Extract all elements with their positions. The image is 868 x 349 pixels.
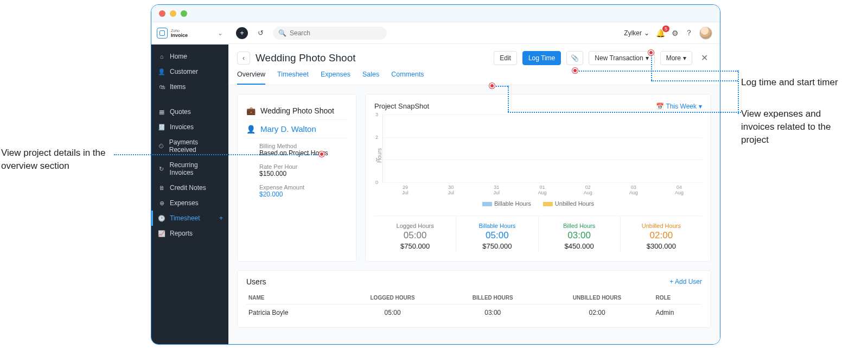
tab-comments[interactable]: Comments bbox=[391, 71, 424, 85]
sidebar-item-invoices[interactable]: 🧾Invoices bbox=[151, 119, 228, 135]
window-min-dot[interactable] bbox=[170, 10, 176, 17]
nav-label: Expenses bbox=[170, 199, 199, 207]
notif-badge: 5 bbox=[662, 26, 669, 32]
tab-timesheet[interactable]: Timesheet bbox=[277, 71, 309, 85]
attach-button[interactable]: 📎 bbox=[566, 51, 583, 65]
sidebar-item-expenses[interactable]: ⊕Expenses bbox=[151, 195, 228, 211]
chart-xlabel: 04Aug bbox=[656, 185, 702, 196]
more-button[interactable]: More ▾ bbox=[660, 51, 692, 65]
nav-label: Quotes bbox=[170, 108, 191, 116]
metric-value: 02:00 bbox=[623, 230, 700, 241]
annotation-right-2: View expenses and invoices related to th… bbox=[741, 107, 850, 146]
chevron-down-icon: ▾ bbox=[683, 54, 686, 62]
recent-button[interactable]: ↺ bbox=[254, 27, 266, 39]
sidebar-item-timesheet[interactable]: 🕑Timesheet+ bbox=[151, 211, 228, 226]
new-transaction-button[interactable]: New Transaction ▾ bbox=[589, 51, 654, 65]
chart-xlabel: 03Aug bbox=[611, 185, 656, 196]
tab-expenses[interactable]: Expenses bbox=[321, 71, 350, 85]
metric-label: Unbilled Hours bbox=[623, 223, 700, 229]
legend-billable: Billable Hours bbox=[494, 200, 531, 207]
field-label: Expense Amount bbox=[259, 184, 347, 191]
field-label: Billing Method bbox=[259, 143, 347, 149]
org-selector[interactable]: Zylker ⌄ bbox=[624, 29, 649, 37]
nav-label: Reports bbox=[170, 230, 193, 237]
nav-icon: 🗎 bbox=[158, 185, 165, 191]
nav-label: Customer bbox=[170, 68, 198, 75]
table-row[interactable]: Patricia Boyle05:0003:0002:00Admin bbox=[246, 304, 702, 321]
brand-icon bbox=[157, 28, 168, 39]
chart-xlabel: 01Aug bbox=[519, 185, 565, 196]
field-value[interactable]: $20.000 bbox=[259, 191, 347, 198]
metric-value: 05:00 bbox=[376, 230, 454, 241]
sidebar-item-credit-notes[interactable]: 🗎Credit Notes bbox=[151, 180, 228, 195]
window-max-dot[interactable] bbox=[181, 10, 187, 17]
metric-label: Billable Hours bbox=[458, 223, 535, 229]
edit-button[interactable]: Edit bbox=[494, 51, 517, 65]
chart-xlabel: 30Jul bbox=[428, 185, 474, 196]
brand-logo[interactable]: ZohoInvoice ⌄ bbox=[151, 22, 228, 45]
users-table: NAMELOGGED HOURSBILLED HOURSUNBILLED HOU… bbox=[246, 291, 702, 321]
sidebar-item-home[interactable]: ⌂Home bbox=[151, 49, 228, 64]
metric-label: Logged Hours bbox=[376, 223, 454, 229]
page-title: Wedding Photo Shoot bbox=[256, 52, 356, 64]
tab-overview[interactable]: Overview bbox=[237, 71, 265, 85]
date-range-button[interactable]: 📅This Week▾ bbox=[656, 103, 702, 110]
metric-value: 05:00 bbox=[458, 230, 535, 241]
sidebar-item-quotes[interactable]: ▦Quotes bbox=[151, 104, 228, 119]
page-header: ‹ Wedding Photo Shoot Edit Log Time 📎 Ne… bbox=[228, 44, 720, 65]
project-name: Wedding Photo Shoot bbox=[260, 106, 334, 115]
search-input[interactable] bbox=[290, 29, 381, 37]
quick-add-button[interactable]: + bbox=[236, 27, 248, 39]
cell-role: Admin bbox=[653, 304, 702, 321]
new-transaction-label: New Transaction bbox=[595, 54, 643, 62]
avatar[interactable] bbox=[699, 27, 712, 40]
topbar: + ↺ 🔍 Zylker ⌄ 🔔5 ⚙ ？ bbox=[228, 22, 720, 44]
chevron-down-icon: ▾ bbox=[646, 54, 649, 62]
search-wrap[interactable]: 🔍 bbox=[273, 27, 387, 40]
cell-billed: 03:00 bbox=[445, 304, 541, 321]
project-customer[interactable]: Mary D. Walton bbox=[260, 124, 316, 134]
brand-bottom: Invoice bbox=[171, 33, 188, 38]
users-col-header: LOGGED HOURS bbox=[340, 291, 444, 304]
nav-icon: 🧾 bbox=[158, 124, 165, 131]
metric-amount: $450.000 bbox=[541, 242, 618, 250]
brand-chevron-icon[interactable]: ⌄ bbox=[218, 29, 223, 37]
snapshot-card: Project SnapShot 📅This Week▾ Hours 0123 … bbox=[365, 94, 711, 262]
sidebar-item-recurring-invoices[interactable]: ↻Recurring Invoices bbox=[151, 157, 228, 180]
annotation-right-1: Log time and start timer bbox=[741, 76, 850, 89]
window-close-dot[interactable] bbox=[159, 10, 165, 17]
nav-icon: ▦ bbox=[158, 109, 165, 116]
notifications-button[interactable]: 🔔5 bbox=[656, 29, 665, 37]
nav-label: Recurring Invoices bbox=[170, 161, 222, 176]
help-button[interactable]: ？ bbox=[685, 28, 693, 38]
nav-icon: ⊕ bbox=[158, 200, 165, 207]
field-value: $150.000 bbox=[259, 170, 347, 177]
nav-icon: 👤 bbox=[158, 68, 165, 75]
add-icon[interactable]: + bbox=[219, 214, 223, 222]
nav-label: Items bbox=[170, 83, 186, 91]
sidebar-item-items[interactable]: 🛍Items bbox=[151, 79, 228, 94]
cell-logged: 05:00 bbox=[340, 304, 444, 321]
cell-unbilled: 02:00 bbox=[541, 304, 654, 321]
calendar-icon: 📅 bbox=[656, 103, 664, 110]
date-range-label: This Week bbox=[666, 103, 697, 110]
sidebar-item-reports[interactable]: 📈Reports bbox=[151, 226, 228, 241]
back-button[interactable]: ‹ bbox=[237, 52, 250, 65]
chart-plot: 0123 bbox=[382, 115, 702, 183]
nav-icon: ⏲ bbox=[158, 143, 165, 149]
window-titlebar bbox=[151, 5, 720, 22]
users-col-header: BILLED HOURS bbox=[445, 291, 541, 304]
close-panel-button[interactable]: ✕ bbox=[698, 50, 711, 65]
metric-amount: $300.000 bbox=[623, 242, 700, 250]
log-time-button[interactable]: Log Time bbox=[522, 51, 561, 65]
metric-logged-hours: Logged Hours05:00$750.000 bbox=[374, 216, 456, 251]
person-icon: 👤 bbox=[246, 125, 255, 134]
nav-icon: ⌂ bbox=[158, 53, 165, 60]
project-info-card: 💼 Wedding Photo Shoot 👤 Mary D. Walton B… bbox=[237, 94, 356, 262]
tab-sales[interactable]: Sales bbox=[362, 71, 379, 85]
sidebar-item-customer[interactable]: 👤Customer bbox=[151, 64, 228, 79]
legend-swatch-blue bbox=[482, 202, 492, 206]
users-col-header: ROLE bbox=[653, 291, 702, 304]
add-user-button[interactable]: + Add User bbox=[669, 278, 702, 285]
settings-button[interactable]: ⚙ bbox=[672, 29, 679, 37]
